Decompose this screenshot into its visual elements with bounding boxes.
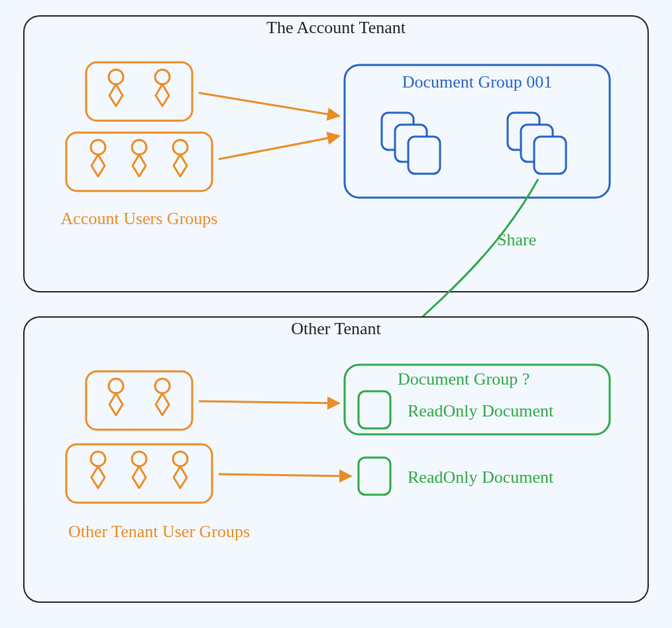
document-icon (408, 137, 440, 174)
other-tenant-title: Other Tenant (291, 319, 381, 338)
readonly-doc-label-1: ReadOnly Document (408, 401, 554, 420)
other-users-groups-label: Other Tenant User Groups (68, 522, 250, 541)
other-document-group-title: Document Group ? (398, 369, 530, 389)
account-document-group: Document Group 001 (345, 65, 610, 198)
other-tenant-panel: Other Tenant Other Tenant User Groups Do… (24, 317, 648, 602)
document-icon (359, 458, 390, 495)
account-document-group-title: Document Group 001 (402, 72, 553, 92)
document-icon (534, 137, 566, 174)
share-label: Share (497, 230, 536, 249)
readonly-doc-label-2: ReadOnly Document (408, 468, 554, 487)
document-icon (359, 391, 390, 428)
svg-rect-6 (24, 317, 648, 602)
account-tenant-title: The Account Tenant (266, 18, 406, 37)
account-tenant-panel: The Account Tenant Account Users Groups … (24, 16, 648, 292)
account-users-groups-label: Account Users Groups (61, 209, 218, 228)
